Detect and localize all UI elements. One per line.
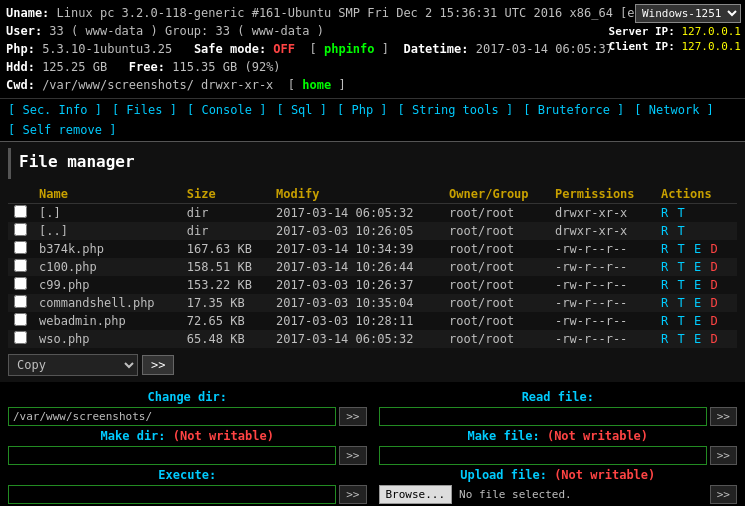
action-t-3[interactable]: T bbox=[678, 260, 685, 274]
file-checkbox-1[interactable] bbox=[14, 223, 27, 236]
nav-sql[interactable]: [ Sql ] bbox=[272, 101, 331, 119]
makefile-input[interactable] bbox=[379, 446, 707, 465]
datetime-label: Datetime: bbox=[403, 42, 468, 56]
row-checkbox[interactable] bbox=[8, 204, 33, 223]
readfile-input[interactable] bbox=[379, 407, 707, 426]
file-perms-0: drwxr-xr-x bbox=[549, 204, 655, 223]
file-size-6: 72.65 KB bbox=[181, 312, 270, 330]
file-owner-2: root/root bbox=[443, 240, 549, 258]
readfile-input-row: >> bbox=[379, 407, 738, 426]
action-d-5[interactable]: D bbox=[710, 296, 717, 310]
file-name-1: [..] bbox=[33, 222, 181, 240]
action-r-5[interactable]: R bbox=[661, 296, 668, 310]
action-d-3[interactable]: D bbox=[710, 260, 717, 274]
phpinfo-link[interactable]: phpinfo bbox=[324, 42, 375, 56]
row-checkbox[interactable] bbox=[8, 276, 33, 294]
changedir-input-row: >> bbox=[8, 407, 367, 426]
file-checkbox-5[interactable] bbox=[14, 295, 27, 308]
nav-network[interactable]: [ Network ] bbox=[630, 101, 717, 119]
makefile-row: Make file: (Not writable) bbox=[379, 429, 738, 443]
action-t-0[interactable]: T bbox=[678, 206, 685, 220]
file-checkbox-2[interactable] bbox=[14, 241, 27, 254]
readfile-go-button[interactable]: >> bbox=[710, 407, 737, 426]
row-checkbox[interactable] bbox=[8, 312, 33, 330]
upload-input-row: Browse... No file selected. >> bbox=[379, 485, 738, 504]
makedir-input[interactable] bbox=[8, 446, 336, 465]
row-checkbox[interactable] bbox=[8, 294, 33, 312]
nav-sec-info[interactable]: [ Sec. Info ] bbox=[4, 101, 106, 119]
file-checkbox-6[interactable] bbox=[14, 313, 27, 326]
nav-php[interactable]: [ Php ] bbox=[333, 101, 392, 119]
makedir-go-button[interactable]: >> bbox=[339, 446, 366, 465]
row-checkbox[interactable] bbox=[8, 222, 33, 240]
makefile-input-row: >> bbox=[379, 446, 738, 465]
makefile-go-button[interactable]: >> bbox=[710, 446, 737, 465]
file-name-3: c100.php bbox=[33, 258, 181, 276]
file-manager-title: File manager bbox=[8, 148, 737, 179]
row-checkbox[interactable] bbox=[8, 330, 33, 348]
file-perms-5: -rw-r--r-- bbox=[549, 294, 655, 312]
action-t-7[interactable]: T bbox=[678, 332, 685, 346]
action-t-5[interactable]: T bbox=[678, 296, 685, 310]
execute-input[interactable] bbox=[8, 485, 336, 504]
action-r-1[interactable]: R bbox=[661, 224, 668, 238]
action-e-3[interactable]: E bbox=[694, 260, 701, 274]
file-checkbox-0[interactable] bbox=[14, 205, 27, 218]
copy-go-button[interactable]: >> bbox=[142, 355, 174, 375]
nav-files[interactable]: [ Files ] bbox=[108, 101, 181, 119]
file-perms-4: -rw-r--r-- bbox=[549, 276, 655, 294]
table-row: c99.php 153.22 KB 2017-03-03 10:26:37 ro… bbox=[8, 276, 737, 294]
file-perms-7: -rw-r--r-- bbox=[549, 330, 655, 348]
action-r-3[interactable]: R bbox=[661, 260, 668, 274]
makedir-input-row: >> bbox=[8, 446, 367, 465]
table-row: [..] dir 2017-03-03 10:26:05 root/root d… bbox=[8, 222, 737, 240]
table-row: webadmin.php 72.65 KB 2017-03-03 10:28:1… bbox=[8, 312, 737, 330]
file-checkbox-4[interactable] bbox=[14, 277, 27, 290]
col-name-header: Name bbox=[33, 185, 181, 204]
action-e-7[interactable]: E bbox=[694, 332, 701, 346]
nav-self-remove[interactable]: [ Self remove ] bbox=[4, 121, 120, 139]
nav-console[interactable]: [ Console ] bbox=[183, 101, 270, 119]
uploadfile-label: Upload file: bbox=[460, 468, 547, 482]
uploadfile-row: Upload file: (Not writable) bbox=[379, 468, 738, 482]
action-r-4[interactable]: R bbox=[661, 278, 668, 292]
action-e-6[interactable]: E bbox=[694, 314, 701, 328]
action-t-6[interactable]: T bbox=[678, 314, 685, 328]
cwd-label: Cwd: bbox=[6, 78, 35, 92]
copy-select[interactable]: Copy Move Delete selected bbox=[8, 354, 138, 376]
action-e-2[interactable]: E bbox=[694, 242, 701, 256]
file-manager: File manager Name Size Modify Owner/Grou… bbox=[0, 142, 745, 382]
upload-go-button[interactable]: >> bbox=[710, 485, 737, 504]
file-owner-3: root/root bbox=[443, 258, 549, 276]
copy-row: Copy Move Delete selected >> bbox=[8, 354, 737, 376]
action-r-6[interactable]: R bbox=[661, 314, 668, 328]
action-t-2[interactable]: T bbox=[678, 242, 685, 256]
row-checkbox[interactable] bbox=[8, 240, 33, 258]
file-actions-5: R T E D bbox=[655, 294, 737, 312]
changedir-input[interactable] bbox=[8, 407, 336, 426]
row-checkbox[interactable] bbox=[8, 258, 33, 276]
action-d-2[interactable]: D bbox=[710, 242, 717, 256]
action-t-1[interactable]: T bbox=[678, 224, 685, 238]
execute-go-button[interactable]: >> bbox=[339, 485, 366, 504]
nav-string-tools[interactable]: [ String tools ] bbox=[394, 101, 518, 119]
file-checkbox-3[interactable] bbox=[14, 259, 27, 272]
action-d-4[interactable]: D bbox=[710, 278, 717, 292]
file-actions-7: R T E D bbox=[655, 330, 737, 348]
action-e-4[interactable]: E bbox=[694, 278, 701, 292]
cwd-home-link[interactable]: home bbox=[302, 78, 331, 92]
col-checkbox bbox=[8, 185, 33, 204]
action-r-2[interactable]: R bbox=[661, 242, 668, 256]
action-e-5[interactable]: E bbox=[694, 296, 701, 310]
action-d-7[interactable]: D bbox=[710, 332, 717, 346]
action-t-4[interactable]: T bbox=[678, 278, 685, 292]
file-checkbox-7[interactable] bbox=[14, 331, 27, 344]
action-r-7[interactable]: R bbox=[661, 332, 668, 346]
file-size-3: 158.51 KB bbox=[181, 258, 270, 276]
browse-button[interactable]: Browse... bbox=[379, 485, 453, 504]
action-r-0[interactable]: R bbox=[661, 206, 668, 220]
changedir-go-button[interactable]: >> bbox=[339, 407, 366, 426]
nav-bruteforce[interactable]: [ Bruteforce ] bbox=[519, 101, 628, 119]
encoding-select[interactable]: Windows-1251 UTF-8 KOI8-R bbox=[635, 4, 741, 23]
action-d-6[interactable]: D bbox=[710, 314, 717, 328]
